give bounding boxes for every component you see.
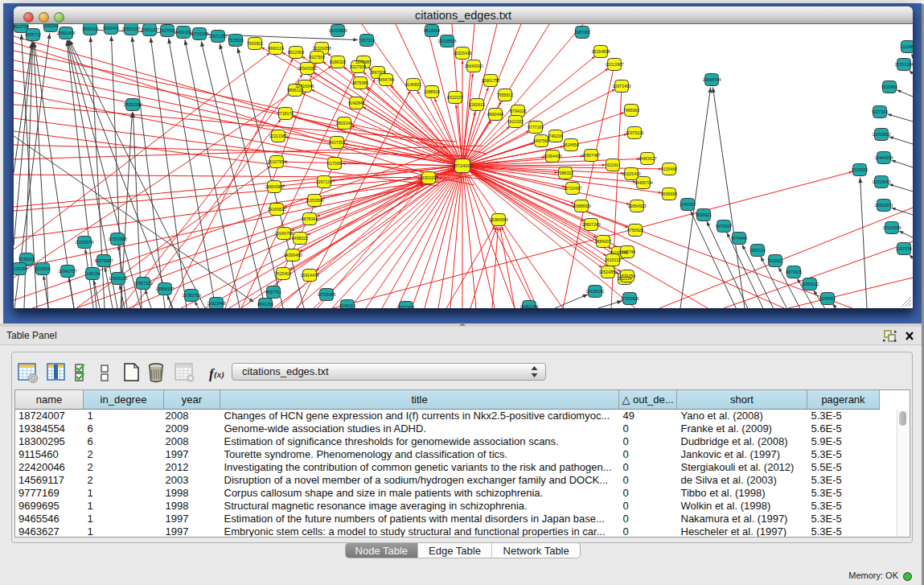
svg-text:9063441: 9063441 bbox=[103, 26, 119, 31]
svg-text:1621022: 1621022 bbox=[507, 119, 524, 124]
svg-text:16210643: 16210643 bbox=[872, 179, 890, 184]
svg-text:7986322: 7986322 bbox=[557, 171, 573, 175]
svg-text:17353968: 17353968 bbox=[108, 237, 126, 241]
svg-text:8215955: 8215955 bbox=[852, 167, 868, 172]
svg-text:2933114: 2933114 bbox=[749, 248, 766, 253]
svg-text:6466160: 6466160 bbox=[175, 30, 191, 35]
svg-text:1836254: 1836254 bbox=[619, 274, 635, 278]
svg-text:12975115: 12975115 bbox=[626, 130, 644, 135]
svg-text:12093822: 12093822 bbox=[872, 132, 890, 137]
svg-text:3624554: 3624554 bbox=[563, 142, 579, 147]
svg-text:20691406: 20691406 bbox=[56, 31, 75, 35]
svg-text:9245652: 9245652 bbox=[819, 296, 836, 301]
svg-text:5498222: 5498222 bbox=[292, 236, 308, 241]
svg-text:1145194: 1145194 bbox=[84, 271, 101, 276]
svg-text:12505135: 12505135 bbox=[109, 276, 127, 281]
svg-text:9146821: 9146821 bbox=[405, 82, 421, 87]
svg-text:17333426: 17333426 bbox=[620, 296, 639, 301]
svg-text:10973493: 10973493 bbox=[612, 84, 630, 89]
svg-text:10961758: 10961758 bbox=[481, 78, 499, 83]
svg-text:19654923: 19654923 bbox=[627, 204, 646, 208]
svg-text:9245013: 9245013 bbox=[339, 303, 355, 308]
svg-text:16782759: 16782759 bbox=[182, 293, 200, 298]
svg-text:9777169: 9777169 bbox=[528, 125, 544, 130]
svg-text:14099489: 14099489 bbox=[283, 253, 302, 257]
svg-text:1640953: 1640953 bbox=[680, 202, 696, 207]
svg-text:8938921: 8938921 bbox=[696, 212, 712, 217]
svg-text:16648764: 16648764 bbox=[702, 77, 721, 82]
svg-text:7625402: 7625402 bbox=[275, 271, 291, 276]
svg-text:7515526: 7515526 bbox=[228, 38, 244, 43]
svg-text:9896123: 9896123 bbox=[287, 88, 303, 93]
svg-text:7932621: 7932621 bbox=[767, 258, 783, 263]
svg-text:7357224: 7357224 bbox=[359, 38, 375, 43]
svg-text:10807487: 10807487 bbox=[581, 153, 600, 158]
svg-text:1048746: 1048746 bbox=[619, 249, 635, 254]
svg-text:2718176: 2718176 bbox=[277, 111, 294, 116]
svg-text:8454749: 8454749 bbox=[378, 77, 394, 82]
svg-text:10719155: 10719155 bbox=[190, 31, 208, 36]
svg-text:16914479: 16914479 bbox=[300, 273, 318, 278]
svg-text:1588520: 1588520 bbox=[424, 89, 440, 94]
svg-text:90975867: 90975867 bbox=[94, 258, 113, 263]
svg-text:18807249: 18807249 bbox=[581, 222, 600, 227]
svg-text:13325419: 13325419 bbox=[453, 51, 471, 56]
svg-text:8813054: 8813054 bbox=[424, 28, 440, 33]
svg-text:317006: 317006 bbox=[327, 161, 341, 166]
svg-text:(x): (x) bbox=[214, 369, 224, 380]
svg-text:9756928: 9756928 bbox=[627, 228, 643, 233]
svg-text:1615132: 1615132 bbox=[605, 257, 621, 262]
svg-text:9335061: 9335061 bbox=[18, 257, 35, 262]
svg-text:14495704: 14495704 bbox=[634, 180, 652, 185]
svg-text:6497568: 6497568 bbox=[533, 138, 549, 143]
svg-text:8913754: 8913754 bbox=[14, 24, 29, 29]
svg-text:8427552: 8427552 bbox=[329, 140, 345, 145]
svg-text:19166825: 19166825 bbox=[267, 207, 285, 212]
svg-text:9327508: 9327508 bbox=[350, 64, 366, 69]
svg-text:10653257: 10653257 bbox=[140, 27, 158, 32]
svg-text:9699695: 9699695 bbox=[661, 192, 677, 196]
svg-text:10046798: 10046798 bbox=[274, 231, 293, 236]
svg-text:10958107: 10958107 bbox=[155, 286, 174, 291]
svg-text:17957225: 17957225 bbox=[133, 281, 152, 286]
svg-text:17016504: 17016504 bbox=[882, 225, 901, 230]
svg-text:8322037: 8322037 bbox=[447, 95, 463, 100]
svg-text:20206576: 20206576 bbox=[75, 240, 93, 245]
svg-text:16543382: 16543382 bbox=[298, 66, 316, 71]
svg-text:7955812: 7955812 bbox=[497, 93, 513, 97]
svg-text:62160: 62160 bbox=[607, 163, 619, 167]
svg-text:2867608: 2867608 bbox=[370, 70, 386, 75]
svg-text:19384554: 19384554 bbox=[489, 217, 507, 222]
svg-text:11353594: 11353594 bbox=[306, 198, 324, 203]
svg-text:9474444: 9474444 bbox=[731, 236, 747, 241]
svg-text:2803144: 2803144 bbox=[336, 121, 352, 126]
svg-text:10025433: 10025433 bbox=[622, 171, 640, 176]
svg-text:12213383: 12213383 bbox=[269, 134, 287, 138]
svg-text:3267130: 3267130 bbox=[316, 179, 332, 184]
svg-text:14463627: 14463627 bbox=[638, 156, 656, 161]
svg-text:13226058: 13226058 bbox=[312, 46, 331, 51]
svg-text:15692971: 15692971 bbox=[874, 203, 893, 208]
svg-text:8186328: 8186328 bbox=[330, 60, 346, 64]
svg-text:3875685: 3875685 bbox=[352, 80, 368, 85]
svg-text:9327509: 9327509 bbox=[309, 55, 325, 60]
svg-text:16107554: 16107554 bbox=[267, 159, 285, 164]
svg-text:7663822: 7663822 bbox=[247, 41, 263, 46]
svg-text:9329966: 9329966 bbox=[881, 84, 897, 89]
svg-text:9857791: 9857791 bbox=[265, 290, 281, 295]
svg-text:1167534: 1167534 bbox=[896, 246, 912, 251]
svg-text:1362615: 1362615 bbox=[469, 102, 485, 107]
svg-text:9242848: 9242848 bbox=[348, 101, 364, 105]
svg-text:7485063: 7485063 bbox=[623, 108, 639, 113]
svg-text:18724007: 18724007 bbox=[452, 163, 474, 168]
svg-text:4055712: 4055712 bbox=[25, 32, 41, 37]
svg-text:19462180: 19462180 bbox=[519, 304, 538, 308]
svg-text:5878342: 5878342 bbox=[302, 216, 318, 221]
svg-text:10653257: 10653257 bbox=[121, 27, 140, 31]
svg-text:15716485: 15716485 bbox=[317, 292, 335, 297]
svg-text:10654112: 10654112 bbox=[801, 282, 819, 286]
svg-text:1905346: 1905346 bbox=[43, 24, 59, 28]
svg-text:8990448: 8990448 bbox=[487, 112, 503, 117]
svg-text:9115460: 9115460 bbox=[661, 167, 677, 171]
svg-text:16154838: 16154838 bbox=[591, 49, 610, 54]
